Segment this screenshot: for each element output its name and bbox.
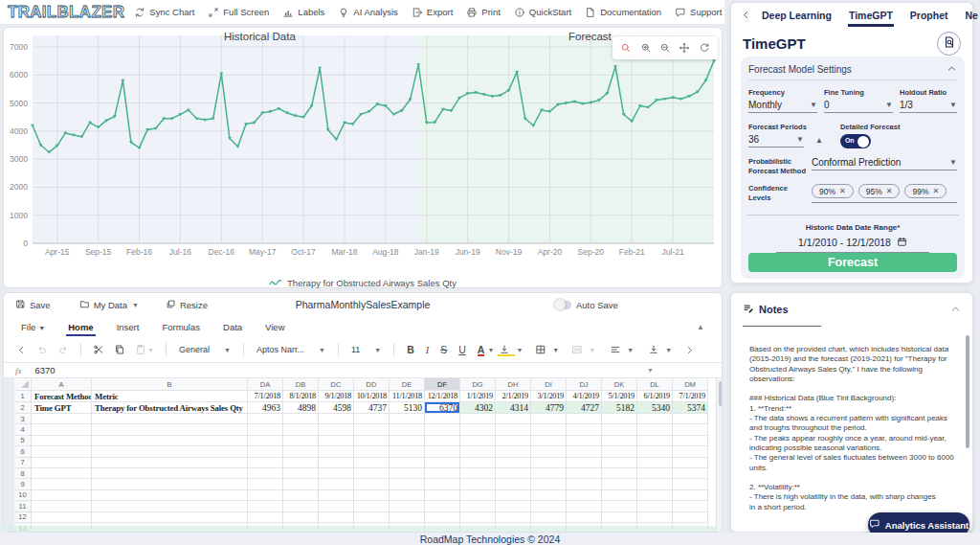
cell-DC5[interactable] xyxy=(319,436,354,446)
topbar-item-labels[interactable]: Labels xyxy=(282,7,324,18)
toolbar-more-icon[interactable] xyxy=(679,345,700,355)
confidence-chip-95[interactable]: 95%✕ xyxy=(858,184,901,198)
cell-A8[interactable] xyxy=(32,468,92,479)
row-header-3[interactable]: 3 xyxy=(14,414,32,424)
date-range-input[interactable]: 1/1/2010 - 12/1/2018 xyxy=(776,237,929,253)
cell-DD6[interactable] xyxy=(354,446,390,457)
cell-DL3[interactable] xyxy=(637,414,673,424)
cell-DG7[interactable] xyxy=(460,458,496,468)
detailed-forecast-toggle[interactable]: On xyxy=(840,134,871,148)
col-header-A[interactable]: A xyxy=(32,378,92,391)
cell-DF10[interactable] xyxy=(425,490,460,501)
holdout-ratio-select[interactable]: 1/3▼ xyxy=(900,100,957,113)
cell-DL9[interactable] xyxy=(637,479,673,489)
cell-DC12[interactable] xyxy=(319,512,354,523)
topbar-item-sync-chart[interactable]: Sync Chart xyxy=(134,7,194,18)
frequency-select[interactable]: Monthly▼ xyxy=(748,100,817,113)
cell-DH11[interactable] xyxy=(496,501,531,511)
chart-tool-zoom-in[interactable] xyxy=(640,42,652,54)
cell-A10[interactable] xyxy=(32,490,92,501)
cell-DA3[interactable] xyxy=(248,414,283,424)
tab-prophet[interactable]: Prophet xyxy=(902,5,957,25)
cell-B6[interactable] xyxy=(92,446,248,457)
cell-A7[interactable] xyxy=(32,458,92,468)
model-report-button[interactable] xyxy=(937,32,961,56)
cell-DB7[interactable] xyxy=(283,458,319,468)
cell-DA6[interactable] xyxy=(248,446,283,457)
cell-DK4[interactable] xyxy=(602,424,637,435)
cell-DA4[interactable] xyxy=(248,424,283,435)
cell-B10[interactable] xyxy=(92,490,248,501)
cell-DF6[interactable] xyxy=(425,446,460,457)
sheet-vscrollbar[interactable] xyxy=(716,378,723,533)
cell-DH4[interactable] xyxy=(496,424,531,435)
copy-icon[interactable] xyxy=(109,344,130,355)
topbar-item-quickstart[interactable]: QuickStart xyxy=(514,7,571,18)
auto-save-toggle[interactable]: Auto Save xyxy=(554,300,618,310)
cell-DI2[interactable]: 4779 xyxy=(531,402,567,414)
cell-DJ6[interactable] xyxy=(567,446,602,457)
col-header-DI[interactable]: DI xyxy=(531,378,567,391)
cell-A6[interactable] xyxy=(32,446,92,457)
cell-DA12[interactable] xyxy=(248,512,283,523)
cell-DB6[interactable] xyxy=(283,446,319,457)
cell-DE1[interactable]: 11/1/2018 xyxy=(390,391,425,402)
cell-DD3[interactable] xyxy=(354,414,390,424)
cell-B7[interactable] xyxy=(92,458,248,468)
cell-DF12[interactable] xyxy=(425,512,460,523)
col-header-DF[interactable]: DF xyxy=(425,378,460,391)
tab-deep-learning[interactable]: Deep Learning xyxy=(753,5,840,25)
cell-A12[interactable] xyxy=(32,512,92,523)
cell-DG2[interactable]: 4302 xyxy=(460,402,496,414)
cell-DE9[interactable] xyxy=(390,479,425,489)
cell-DA9[interactable] xyxy=(248,479,283,489)
borders-button[interactable] xyxy=(530,344,551,355)
chart-tool-reset[interactable] xyxy=(699,42,710,54)
cell-DD5[interactable] xyxy=(354,436,390,446)
cell-DK1[interactable]: 5/1/2019 xyxy=(602,391,637,402)
cell-DG8[interactable] xyxy=(460,468,496,479)
cell-DM3[interactable] xyxy=(673,414,708,424)
cell-B11[interactable] xyxy=(92,501,248,511)
row-header-6[interactable]: 6 xyxy=(14,446,32,457)
cell-DE6[interactable] xyxy=(390,446,425,457)
col-header-DE[interactable]: DE xyxy=(390,378,425,391)
cell-DC11[interactable] xyxy=(319,501,354,511)
cell-DM11[interactable] xyxy=(673,501,708,511)
cell-DG1[interactable]: 1/1/2019 xyxy=(460,391,496,402)
cell-DA2[interactable]: 4963 xyxy=(248,402,283,414)
cell-DM5[interactable] xyxy=(673,436,708,446)
number-format-select[interactable]: General▼ xyxy=(173,345,236,354)
cell-DI3[interactable] xyxy=(531,414,567,424)
sheet-menu-insert[interactable]: Insert xyxy=(117,322,140,332)
cell-DG11[interactable] xyxy=(460,501,496,511)
sheet-grid[interactable]: ABDADBDCDDDEDFDGDHDIDJDKDLDM1Forecast Me… xyxy=(4,378,723,533)
cell-DI12[interactable] xyxy=(531,512,567,523)
cell-DI5[interactable] xyxy=(531,436,567,446)
cell-DM10[interactable] xyxy=(673,490,708,501)
sheet-menu-file[interactable]: File▼ xyxy=(21,322,45,332)
cell-DJ10[interactable] xyxy=(567,490,602,501)
col-header-DB[interactable]: DB xyxy=(283,378,319,391)
bold-button[interactable]: B xyxy=(401,344,420,355)
col-header-DG[interactable]: DG xyxy=(460,378,496,391)
tabs-scroll-left-icon[interactable] xyxy=(739,10,753,20)
cell-DA1[interactable]: 7/1/2018 xyxy=(248,391,283,402)
cell-B3[interactable] xyxy=(92,414,248,424)
col-header-DL[interactable]: DL xyxy=(637,378,673,391)
cell-DD7[interactable] xyxy=(354,458,390,468)
collapse-notes-icon[interactable] xyxy=(950,301,961,318)
cell-DD11[interactable] xyxy=(354,501,390,511)
notes-text[interactable]: Based on the provided chart, which inclu… xyxy=(749,345,956,512)
cell-DB5[interactable] xyxy=(283,436,319,446)
col-header-DD[interactable]: DD xyxy=(354,378,390,391)
cell-DJ7[interactable] xyxy=(567,458,602,468)
cell-DL7[interactable] xyxy=(637,458,673,468)
cell-DF1[interactable]: 12/1/2018 xyxy=(425,391,460,402)
undo-icon[interactable] xyxy=(32,344,53,355)
cell-DD2[interactable]: 4737 xyxy=(354,402,390,414)
forecast-button[interactable]: Forecast xyxy=(748,253,957,272)
cell-DJ3[interactable] xyxy=(567,414,602,424)
col-header-DJ[interactable]: DJ xyxy=(567,378,602,391)
cell-A5[interactable] xyxy=(32,436,92,446)
